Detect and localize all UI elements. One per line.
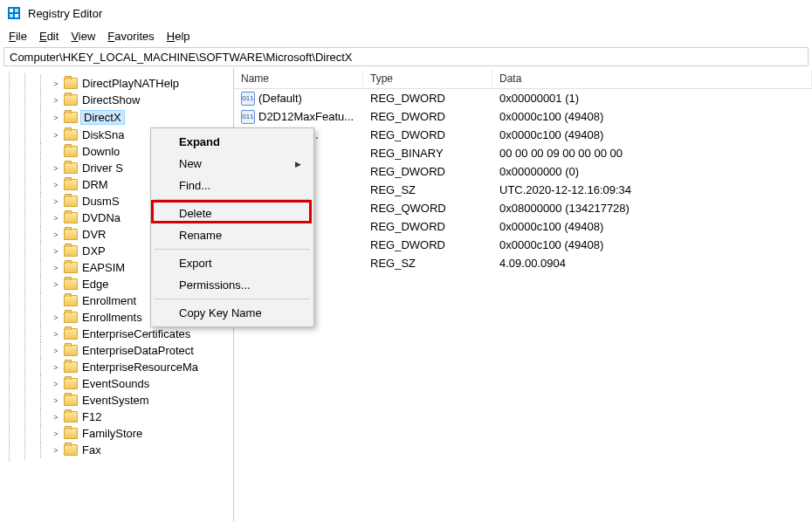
- value-data: 4.09.00.0904: [492, 256, 812, 271]
- folder-icon: [64, 229, 78, 240]
- menu-help[interactable]: Help: [162, 28, 196, 45]
- folder-icon: [64, 78, 78, 89]
- tree-item-label: Enrollment: [80, 294, 138, 307]
- col-header-data[interactable]: Data: [492, 70, 812, 87]
- tree-item-label: EventSounds: [80, 377, 151, 390]
- value-type: REG_SZ: [363, 256, 492, 271]
- value-data: UTC.2020-12-12.16:09:34: [492, 182, 812, 197]
- value-name: D2D12MaxFeatu...: [258, 110, 354, 123]
- list-row[interactable]: 011dicatedVi...REG_QWORD0x08000000 (1342…: [234, 199, 812, 217]
- value-data: 0x00000000 (0): [492, 164, 812, 179]
- tree-item[interactable]: >EnterpriseResourceMa: [51, 359, 233, 375]
- expand-icon[interactable]: >: [51, 130, 61, 141]
- menu-favorites[interactable]: Favorites: [102, 28, 159, 45]
- col-header-type[interactable]: Type: [363, 70, 492, 87]
- tree-item[interactable]: >Fax: [51, 442, 233, 458]
- expand-icon[interactable]: >: [51, 313, 61, 323]
- tree-item[interactable]: >DirectX: [51, 108, 233, 127]
- folder-icon: [64, 345, 78, 356]
- expand-icon[interactable]: >: [51, 429, 61, 439]
- values-pane[interactable]: Name Type Data 011(Default)REG_DWORD0x00…: [234, 68, 812, 522]
- expand-icon[interactable]: >: [51, 196, 61, 207]
- folder-icon: [64, 112, 78, 123]
- tree-item[interactable]: >DirectPlayNATHelp: [51, 75, 233, 92]
- list-row[interactable]: 011(Default)REG_DWORD0x00000001 (1): [234, 89, 812, 107]
- expand-icon[interactable]: >: [51, 180, 61, 190]
- list-row[interactable]: ablaterStart...REG_SZUTC.2020-12-12.16:0…: [234, 181, 812, 199]
- tree-item-label: EventSystem: [80, 394, 151, 407]
- tree-item-label: Fax: [80, 443, 103, 457]
- list-row[interactable]: 011tureLevelREG_DWORD0x0000c100 (49408): [234, 236, 812, 254]
- expand-icon[interactable]: >: [51, 279, 61, 290]
- expand-icon[interactable]: [51, 296, 61, 306]
- expand-icon[interactable]: >: [51, 79, 61, 89]
- col-header-name[interactable]: Name: [234, 70, 363, 87]
- tree-item-label: DirectShow: [80, 93, 141, 106]
- tree-item-label: DVR: [80, 228, 107, 241]
- tree-item-label: DirectX: [80, 110, 125, 125]
- menu-view[interactable]: View: [65, 28, 100, 45]
- address-bar[interactable]: Computer\HKEY_LOCAL_MACHINE\SOFTWARE\Mic…: [3, 47, 809, 66]
- svg-rect-2: [15, 9, 18, 12]
- list-row[interactable]: 011MinFeatur...REG_DWORD0x0000c100 (4940…: [234, 126, 812, 144]
- tree-item-label: F12: [80, 410, 103, 423]
- folder-icon: [64, 328, 78, 340]
- value-data: 0x00000001 (1): [492, 91, 812, 106]
- folder-icon: [64, 179, 78, 190]
- value-type: REG_DWORD: [363, 164, 492, 179]
- expand-icon[interactable]: >: [51, 445, 61, 456]
- svg-rect-3: [10, 14, 13, 17]
- expand-icon[interactable]: >: [51, 379, 61, 389]
- expand-icon[interactable]: >: [51, 95, 61, 106]
- expand-icon[interactable]: >: [51, 113, 61, 123]
- tree-item[interactable]: >F12: [51, 409, 233, 425]
- expand-icon[interactable]: >: [51, 246, 61, 257]
- list-row[interactable]: 011laterStart...REG_DWORD0x00000000 (0): [234, 162, 812, 181]
- expand-icon[interactable]: >: [51, 263, 61, 273]
- tree-item[interactable]: >EnterpriseDataProtect: [51, 342, 233, 359]
- expand-icon[interactable]: >: [51, 362, 61, 373]
- value-data: 0x0000c100 (49408): [492, 127, 812, 142]
- cm-delete[interactable]: Delete: [153, 203, 312, 224]
- value-data: 0x0000c100 (49408): [492, 237, 812, 252]
- tree-item[interactable]: >EnterpriseCertificates: [51, 326, 233, 342]
- folder-icon: [64, 196, 78, 207]
- expand-icon[interactable]: >: [51, 346, 61, 356]
- expand-icon[interactable]: >: [51, 163, 61, 174]
- expand-icon[interactable]: >: [51, 395, 61, 406]
- tree-item[interactable]: >FamilyStore: [51, 425, 233, 442]
- tree-item-label: Edge: [80, 278, 110, 291]
- menu-file[interactable]: File: [3, 28, 32, 45]
- list-row[interactable]: 011tureLevelREG_DWORD0x0000c100 (49408): [234, 217, 812, 236]
- list-row[interactable]: 011dVersionREG_BINARY00 00 00 09 00 00 0…: [234, 144, 812, 162]
- svg-rect-4: [15, 14, 18, 17]
- expand-icon[interactable]: >: [51, 230, 61, 240]
- tree-item[interactable]: >EventSounds: [51, 375, 233, 392]
- expand-icon[interactable]: >: [51, 213, 61, 223]
- cm-divider: [155, 299, 310, 299]
- window-title: Registry Editor: [28, 7, 102, 20]
- context-menu: Expand New▶ Find... Delete Rename Export…: [150, 127, 314, 327]
- tree-item-label: DVDNa: [80, 211, 122, 224]
- list-row[interactable]: 011D2D12MaxFeatu...REG_DWORD0x0000c100 (…: [234, 107, 812, 126]
- tree-item-label: Driver S: [80, 161, 125, 175]
- app-icon: [7, 6, 21, 20]
- expand-icon[interactable]: [51, 147, 61, 157]
- expand-icon[interactable]: >: [51, 412, 61, 422]
- value-type: REG_DWORD: [363, 219, 492, 234]
- tree-item[interactable]: >EventSystem: [51, 392, 233, 409]
- expand-icon[interactable]: >: [51, 329, 61, 340]
- cm-rename[interactable]: Rename: [153, 224, 312, 246]
- cm-expand[interactable]: Expand: [153, 131, 312, 153]
- cm-copy-key-name[interactable]: Copy Key Name: [153, 302, 312, 324]
- cm-export[interactable]: Export: [153, 252, 312, 274]
- cm-find[interactable]: Find...: [153, 175, 312, 196]
- value-type: REG_BINARY: [363, 146, 492, 161]
- menu-edit[interactable]: Edit: [34, 28, 64, 45]
- tree-item-label: EAPSIM: [80, 261, 127, 274]
- list-row[interactable]: abREG_SZ4.09.00.0904: [234, 254, 812, 272]
- folder-icon: [64, 395, 78, 406]
- tree-item[interactable]: >DirectShow: [51, 92, 233, 108]
- cm-new[interactable]: New▶: [153, 153, 312, 175]
- cm-permissions[interactable]: Permissions...: [153, 274, 312, 296]
